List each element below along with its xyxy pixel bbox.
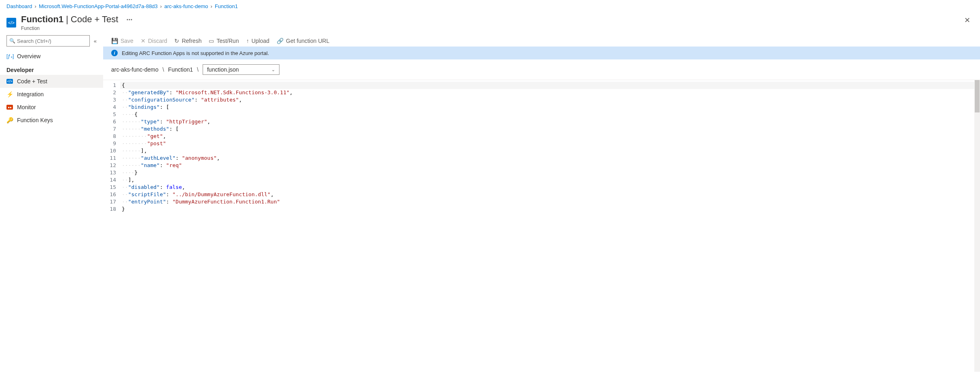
monitor-icon: ●● — [6, 105, 13, 110]
more-icon[interactable]: ··· — [121, 16, 132, 24]
chevron-down-icon: ⌄ — [271, 67, 275, 72]
url-icon: 🔗 — [277, 38, 284, 44]
scrollbar-thumb[interactable] — [975, 80, 980, 112]
discard-icon: ✕ — [141, 38, 146, 44]
page-title: Function1 | Code + Test ··· — [21, 14, 956, 25]
sidebar-item-label: Function Keys — [17, 117, 53, 123]
search-icon: 🔍 — [9, 38, 15, 44]
info-icon: i — [111, 50, 118, 56]
search-input[interactable] — [17, 38, 87, 44]
refresh-icon: ↻ — [174, 38, 179, 44]
sidebar-item-code-test[interactable]: </> Code + Test — [0, 75, 103, 88]
sidebar-item-label: Code + Test — [17, 78, 47, 85]
path-segment: Function1 — [168, 66, 193, 73]
upload-icon: ↑ — [246, 38, 249, 44]
sidebar-item-label: Integration — [17, 91, 44, 97]
path-segment: arc-aks-func-demo — [111, 66, 159, 73]
breadcrumb: Dashboard › Microsoft.Web-FunctionApp-Po… — [0, 0, 980, 13]
sidebar-item-integration[interactable]: ⚡ Integration — [0, 88, 103, 101]
path-separator: \ — [197, 66, 199, 73]
sidebar-item-label: Monitor — [17, 104, 36, 110]
title-sep: | — [66, 14, 68, 25]
key-icon: 🔑 — [6, 117, 13, 123]
upload-button[interactable]: ↑ Upload — [246, 38, 269, 44]
chevron-right-icon: › — [211, 3, 212, 9]
collapse-sidebar-button[interactable]: « — [94, 38, 97, 44]
button-label: Upload — [252, 38, 269, 44]
code-content[interactable]: {··"generatedBy": "Microsoft.NET.Sdk.Fun… — [120, 80, 980, 372]
sidebar-section-developer: Developer — [0, 63, 103, 75]
chevron-right-icon: › — [160, 3, 162, 9]
search-input-wrapper[interactable]: 🔍 — [6, 35, 90, 47]
function-icon: </> — [6, 18, 16, 28]
file-select-value: function.json — [207, 66, 239, 73]
discard-button[interactable]: ✕ Discard — [141, 38, 167, 44]
toolbar: 💾 Save ✕ Discard ↻ Refresh ▭ Test/Run ↑ … — [103, 35, 980, 47]
info-banner: i Editing ARC Function Apps is not suppo… — [103, 47, 980, 59]
button-label: Test/Run — [216, 38, 239, 44]
button-label: Get function URL — [286, 38, 329, 44]
code-icon: </> — [6, 79, 13, 84]
file-select-dropdown[interactable]: function.json ⌄ — [203, 64, 279, 75]
overview-icon: [ƒₓ] — [6, 53, 13, 59]
breadcrumb-item[interactable]: Function1 — [215, 3, 238, 9]
line-number-gutter: 123456789101112131415161718 — [103, 80, 120, 372]
info-banner-text: Editing ARC Function Apps is not support… — [122, 50, 269, 56]
sidebar-item-overview[interactable]: [ƒₓ] Overview — [0, 50, 103, 63]
file-path-row: arc-aks-func-demo \ Function1 \ function… — [103, 59, 980, 80]
sidebar-item-monitor[interactable]: ●● Monitor — [0, 101, 103, 114]
breadcrumb-item[interactable]: Dashboard — [6, 3, 32, 9]
page-header: </> Function1 | Code + Test ··· Function… — [0, 13, 980, 31]
sidebar: 🔍 « [ƒₓ] Overview Developer </> Code + T… — [0, 35, 103, 372]
save-button[interactable]: 💾 Save — [111, 38, 133, 44]
test-run-button[interactable]: ▭ Test/Run — [209, 38, 239, 44]
integration-icon: ⚡ — [6, 91, 13, 97]
close-button[interactable]: ✕ — [961, 14, 974, 26]
button-label: Save — [121, 38, 133, 44]
refresh-button[interactable]: ↻ Refresh — [174, 38, 201, 44]
chevron-right-icon: › — [35, 3, 36, 9]
sidebar-item-function-keys[interactable]: 🔑 Function Keys — [0, 114, 103, 127]
page-subtitle: Function — [21, 25, 956, 31]
path-separator: \ — [163, 66, 164, 73]
breadcrumb-item[interactable]: arc-aks-func-demo — [164, 3, 208, 9]
save-icon: 💾 — [111, 38, 118, 44]
main-content: 💾 Save ✕ Discard ↻ Refresh ▭ Test/Run ↑ … — [103, 35, 980, 372]
button-label: Discard — [148, 38, 167, 44]
get-function-url-button[interactable]: 🔗 Get function URL — [277, 38, 329, 44]
test-run-icon: ▭ — [209, 38, 214, 44]
vertical-scrollbar[interactable] — [974, 80, 980, 372]
breadcrumb-item[interactable]: Microsoft.Web-FunctionApp-Portal-a4962d7… — [39, 3, 158, 9]
title-secondary: Code + Test — [71, 14, 119, 25]
title-primary: Function1 — [21, 14, 63, 25]
sidebar-item-label: Overview — [17, 53, 40, 59]
button-label: Refresh — [182, 38, 201, 44]
code-editor[interactable]: 123456789101112131415161718 {··"generate… — [103, 80, 980, 372]
